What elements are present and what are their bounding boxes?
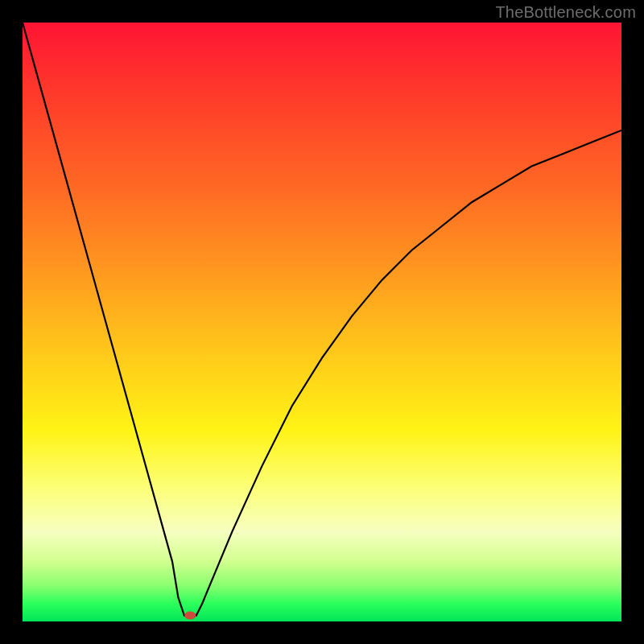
optimum-marker: [184, 612, 196, 620]
bottleneck-curve: [23, 23, 621, 616]
chart-stage: TheBottleneck.com: [0, 0, 644, 644]
plot-area: [23, 23, 621, 621]
curve-layer: [23, 23, 621, 621]
watermark-text: TheBottleneck.com: [495, 3, 636, 22]
